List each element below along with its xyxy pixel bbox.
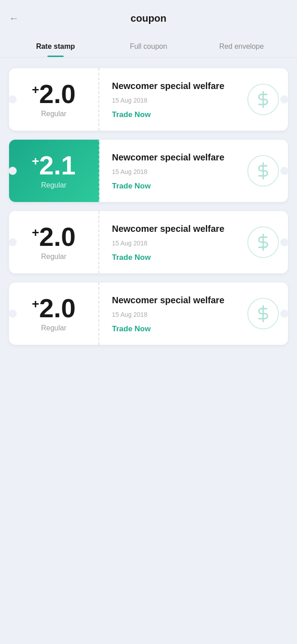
rate-label-3: Regular [41,253,66,261]
coupon-card-4: +2.0 Regular Newcomer special welfare 15… [9,282,288,345]
card-action-3[interactable]: Trade Now [112,253,243,262]
rate-value-2: +2.1 [32,152,76,179]
card-action-4[interactable]: Trade Now [112,324,243,334]
rate-label-1: Regular [41,110,66,118]
dollar-sign-icon [255,305,272,322]
page-title: coupon [130,13,166,24]
card-info-4: Newcomer special welfare 15 Aug 2018 Tra… [112,294,243,334]
dollar-sign-icon [255,162,272,179]
card-info-1: Newcomer special welfare 15 Aug 2018 Tra… [112,80,243,119]
card-right-4: Newcomer special welfare 15 Aug 2018 Tra… [99,282,288,345]
header: ← coupon [0,0,297,33]
card-left-1: +2.0 Regular [9,68,99,131]
tab-red-envelope[interactable]: Red envelope [195,38,288,57]
card-left-4: +2.0 Regular [9,282,99,345]
rate-value-4: +2.0 [32,295,76,321]
rate-value-1: +2.0 [32,81,76,107]
rate-label-2: Regular [41,181,66,189]
card-left-3: +2.0 Regular [9,211,99,273]
card-date-2: 15 Aug 2018 [112,168,243,175]
back-button[interactable]: ← [9,13,19,24]
card-right-3: Newcomer special welfare 15 Aug 2018 Tra… [99,211,288,273]
dollar-sign-icon [255,234,272,251]
dollar-icon-2 [247,155,279,187]
card-left-2: +2.1 Regular [9,140,99,202]
coupon-card-3: +2.0 Regular Newcomer special welfare 15… [9,211,288,273]
coupon-card-2: +2.1 Regular Newcomer special welfare 15… [9,140,288,202]
rate-value-3: +2.0 [32,224,76,250]
card-info-2: Newcomer special welfare 15 Aug 2018 Tra… [112,151,243,191]
card-date-4: 15 Aug 2018 [112,311,243,318]
tab-full-coupon[interactable]: Full coupon [102,38,195,57]
card-title-1: Newcomer special welfare [112,80,243,92]
card-action-1[interactable]: Trade Now [112,110,243,119]
card-right-1: Newcomer special welfare 15 Aug 2018 Tra… [99,68,288,131]
card-action-2[interactable]: Trade Now [112,182,243,191]
card-date-3: 15 Aug 2018 [112,240,243,247]
card-right-2: Newcomer special welfare 15 Aug 2018 Tra… [99,140,288,202]
coupon-card-1: +2.0 Regular Newcomer special welfare 15… [9,68,288,131]
card-title-2: Newcomer special welfare [112,151,243,164]
dollar-icon-4 [247,298,279,329]
card-title-3: Newcomer special welfare [112,223,243,235]
tabs-bar: Rate stamp Full coupon Red envelope [0,33,297,57]
card-date-1: 15 Aug 2018 [112,97,243,104]
rate-label-4: Regular [41,324,66,332]
dollar-icon-3 [247,226,279,258]
dollar-icon-1 [247,84,279,115]
card-title-4: Newcomer special welfare [112,294,243,306]
card-info-3: Newcomer special welfare 15 Aug 2018 Tra… [112,223,243,262]
cards-list: +2.0 Regular Newcomer special welfare 15… [0,57,297,356]
dollar-sign-icon [255,91,272,108]
tab-rate-stamp[interactable]: Rate stamp [9,38,102,57]
